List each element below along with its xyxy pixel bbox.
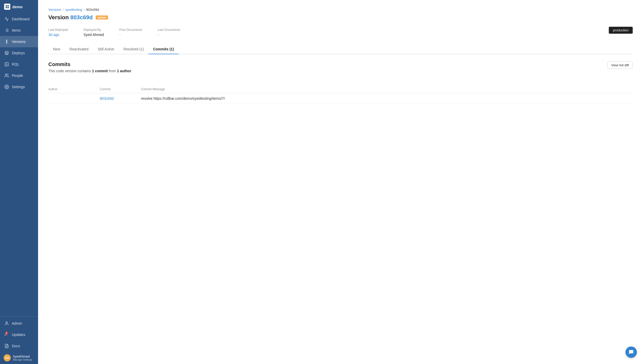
commits-header-text: Commits This code version contains 1 com… — [48, 61, 132, 79]
tab-resolved[interactable]: Resolved (1) — [119, 44, 148, 54]
svg-point-20 — [6, 86, 7, 88]
page-title-prefix: Version — [48, 14, 69, 21]
commits-table-header: Author Commit Commit Message — [48, 85, 633, 93]
commit-author — [48, 93, 100, 104]
sidebar-item-label: RQL — [12, 62, 19, 66]
sidebar-item-label: Deploys — [12, 51, 25, 55]
sidebar-item-rql[interactable]: RQL — [0, 59, 38, 70]
breadcrumb-sep2: / — [84, 8, 85, 12]
versions-icon — [4, 39, 9, 44]
meta-last-deployed-label: Last Deployed — [48, 28, 68, 32]
breadcrumb-project-link[interactable]: syedtesting — [65, 8, 82, 12]
meta-deployed-by-label: Deployed By — [84, 28, 104, 32]
commits-table-body: 803c69dresolve https://rollbar.com/demo/… — [48, 93, 633, 104]
tabs: New Reactivated Still Active Resolved (1… — [48, 44, 633, 54]
view-full-diff-button[interactable]: View full diff — [607, 61, 633, 69]
commits-subtitle: This code version contains 1 commit from… — [48, 69, 132, 73]
commits-title: Commits — [48, 61, 132, 67]
svg-point-10 — [6, 40, 7, 41]
breadcrumb-versions-link[interactable]: Versions — [48, 8, 61, 12]
svg-rect-2 — [6, 7, 7, 8]
sidebar-item-label: Items — [12, 28, 21, 32]
sidebar-user[interactable]: SA SyedAhmed Manage Settings — [0, 352, 38, 364]
sidebar-item-docs[interactable]: Docs — [0, 340, 38, 352]
commit-hash-link[interactable]: 803c69d — [100, 96, 114, 101]
table-row: 803c69dresolve https://rollbar.com/demo/… — [48, 93, 633, 104]
svg-point-12 — [6, 43, 7, 43]
breadcrumb: Versions / syedtesting / 803c69d — [48, 8, 633, 12]
svg-rect-1 — [7, 5, 9, 6]
tab-still-active[interactable]: Still Active — [93, 44, 119, 54]
rql-icon — [4, 62, 9, 67]
sidebar-item-versions[interactable]: Versions — [0, 36, 38, 47]
meta-last-deployed-value: 3d ago — [48, 33, 68, 37]
app-name: demo — [12, 5, 23, 9]
dashboard-icon — [4, 16, 9, 22]
sidebar-item-label: People — [12, 74, 23, 78]
chat-button[interactable] — [626, 347, 637, 358]
tab-reactivated[interactable]: Reactivated — [65, 44, 93, 54]
settings-icon — [4, 84, 9, 89]
svg-point-21 — [6, 322, 7, 323]
meta-last-occurrence-value: - — [158, 33, 180, 37]
sidebar-item-dashboard[interactable]: Dashboard — [0, 13, 38, 25]
sidebar-item-deploys[interactable]: Deploys — [0, 47, 38, 59]
admin-icon — [4, 321, 9, 326]
breadcrumb-sep1: / — [63, 8, 64, 12]
docs-icon — [4, 343, 9, 349]
app-logo[interactable]: demo — [0, 0, 38, 13]
sidebar-nav: Dashboard Items Versions — [0, 13, 38, 364]
sidebar-item-settings[interactable]: Settings — [0, 81, 38, 93]
version-hash: 803c69d — [70, 14, 93, 21]
people-icon — [4, 73, 9, 78]
svg-point-19 — [5, 74, 7, 75]
user-sub: Manage Settings — [13, 358, 32, 361]
commits-table: Author Commit Commit Message 803c69dreso… — [48, 85, 633, 104]
col-author-header: Author — [48, 85, 100, 93]
meta-last-deployed: Last Deployed 3d ago — [48, 28, 68, 37]
svg-point-11 — [6, 41, 7, 42]
meta-deployed-by: Deployed By Syed Ahmed — [84, 28, 104, 37]
sidebar-item-label: Versions — [12, 40, 26, 44]
avatar: SA — [4, 354, 11, 361]
svg-rect-3 — [7, 7, 9, 8]
deploys-icon — [4, 50, 9, 56]
sidebar-item-people[interactable]: People — [0, 70, 38, 81]
sidebar-item-items[interactable]: Items — [0, 25, 38, 36]
env-badge-container: production — [609, 28, 633, 32]
meta-row: Last Deployed 3d ago Deployed By Syed Ah… — [48, 28, 633, 37]
commits-section-header: Commits This code version contains 1 com… — [48, 61, 633, 79]
sidebar-item-label: Docs — [12, 344, 20, 348]
meta-last-occurrence: Last Occurrence - — [158, 28, 180, 37]
user-name: SyedAhmed — [13, 355, 32, 358]
env-badge: production — [609, 27, 633, 34]
logo-icon — [4, 4, 10, 10]
meta-first-occurrence: First Occurrence - — [119, 28, 142, 37]
items-icon — [4, 28, 9, 33]
col-message-header: Commit Message — [141, 85, 633, 93]
sidebar: demo Dashboard Items — [0, 0, 38, 364]
col-commit-header: Commit — [100, 85, 141, 93]
sidebar-item-label: Dashboard — [12, 17, 30, 21]
user-info: SyedAhmed Manage Settings — [13, 355, 32, 361]
meta-first-occurrence-label: First Occurrence — [119, 28, 142, 32]
status-badge: active — [96, 15, 108, 20]
sidebar-item-label: Settings — [12, 85, 25, 89]
commit-hash-cell: 803c69d — [100, 93, 141, 104]
page-title-row: Version 803c69d active — [48, 14, 633, 21]
sidebar-item-label: Admin — [12, 321, 22, 325]
commit-message: resolve https://rollbar.com/demo/syedtes… — [141, 93, 633, 104]
tab-commits[interactable]: Commits (1) — [148, 44, 178, 54]
breadcrumb-current: 803c69d — [86, 8, 99, 12]
updates-badge: 2 — [5, 331, 8, 335]
meta-last-occurrence-label: Last Occurrence — [158, 28, 180, 32]
svg-rect-0 — [6, 5, 7, 6]
meta-deployed-by-value: Syed Ahmed — [84, 33, 104, 37]
tab-new[interactable]: New — [48, 44, 65, 54]
meta-first-occurrence-value: - — [119, 33, 142, 37]
sidebar-item-admin[interactable]: Admin — [0, 318, 38, 329]
sidebar-item-updates[interactable]: 2 Updates — [0, 329, 38, 340]
avatar-initials: SA — [5, 356, 9, 359]
updates-icon: 2 — [4, 332, 9, 337]
main-content: Versions / syedtesting / 803c69d Version… — [38, 0, 643, 364]
